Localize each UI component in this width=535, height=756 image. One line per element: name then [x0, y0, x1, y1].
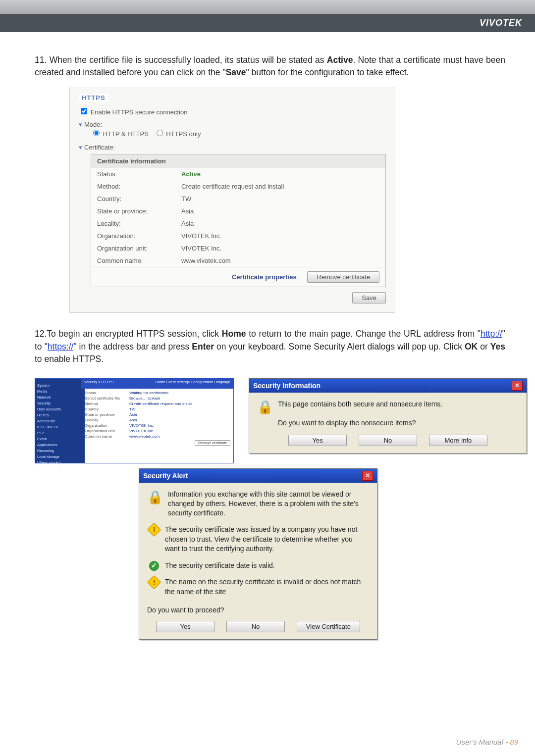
- sec-info-yes-button[interactable]: Yes: [288, 435, 347, 446]
- alert-item-1: The security certificate was issued by a…: [147, 525, 369, 554]
- thumb-row: StatusWaiting for certificated: [85, 391, 230, 395]
- alert-view-cert-button[interactable]: View Certificate: [297, 621, 360, 632]
- lock-icon: [147, 490, 162, 504]
- thumb-row: MethodCreate certificate request and ins…: [85, 402, 230, 406]
- cert-val: VIVOTEK Inc.: [181, 232, 379, 240]
- cert-info-box: Certificate information Status:ActiveMet…: [91, 154, 386, 287]
- thumb-row: Common namewww.vivotek.com: [85, 434, 230, 439]
- alert-yes-button[interactable]: Yes: [156, 621, 214, 632]
- cert-key: State or province:: [97, 207, 181, 215]
- thumb-nav-item: Recording: [37, 449, 83, 453]
- chevron-down-icon: ▾: [79, 144, 82, 151]
- thumb-title: Security > HTTPS: [84, 380, 113, 384]
- s12-yes: Yes: [490, 342, 505, 352]
- thumb-nav-item: Local storage: [37, 454, 83, 459]
- close-icon[interactable]: ×: [362, 471, 373, 481]
- lock-icon: [257, 400, 272, 414]
- alert-i3-text: The name on the security certificate is …: [165, 578, 361, 596]
- cert-info-header: Certificate information: [91, 154, 385, 168]
- thumb-nav-item: Network: [37, 395, 83, 400]
- thumb-nav: SystemMediaNetworkSecurityUser accountsH…: [35, 379, 85, 463]
- footer-label: User's Manual -: [456, 738, 510, 746]
- cert-row: Method:Create certificate request and in…: [91, 180, 385, 193]
- alert-proceed: Do you want to proceed?: [147, 606, 369, 614]
- cert-row: Status:Active: [91, 168, 385, 180]
- cert-row: State or province:Asia: [91, 205, 385, 217]
- cert-properties-link[interactable]: Certificate properties: [232, 273, 297, 281]
- cert-row: Organization unit:VIVOTEK Inc.: [91, 242, 385, 254]
- sec-info-line1: This page contains both secure and nonse…: [278, 400, 442, 408]
- page-footer: User's Manual - 89: [456, 738, 518, 746]
- thumb-nav-item: [ Basic mode ]: [37, 460, 83, 465]
- thumb-nav-item: System: [37, 383, 83, 388]
- enable-https-checkbox[interactable]: [81, 108, 87, 114]
- sec-info-no-button[interactable]: No: [359, 435, 417, 446]
- cert-key: Locality:: [97, 220, 181, 227]
- save-button[interactable]: Save: [352, 292, 386, 303]
- cert-label: Certificate:: [84, 144, 115, 151]
- thumb-remove-button: Remove certificate: [195, 440, 230, 446]
- s12d: " in the address bar and press: [73, 342, 192, 352]
- https-panel: HTTPS Enable HTTPS secure connection ▾Mo…: [69, 88, 395, 313]
- thumb-row: State or provinceAsia: [85, 412, 230, 417]
- step-12: 12.To begin an encrypted HTTPS session, …: [35, 328, 505, 365]
- remove-cert-button[interactable]: Remove certificate: [307, 271, 379, 283]
- step11-text-c: " button for the configuration to take e…: [246, 67, 409, 77]
- alert-no-button[interactable]: No: [226, 621, 285, 632]
- thumb-row: LocalityAsia: [85, 418, 230, 422]
- close-icon[interactable]: ×: [512, 381, 523, 391]
- thumb-row: Select certificate fileBrowse… Upload: [85, 396, 230, 401]
- config-thumbnail: SystemMediaNetworkSecurityUser accountsH…: [35, 378, 234, 463]
- check-icon: [149, 561, 159, 571]
- cert-key: Country:: [97, 195, 181, 202]
- cert-section: ▾Certificate:: [79, 144, 386, 151]
- thumb-row: Organization unitVIVOTEK Inc.: [85, 429, 230, 433]
- alert-i2-text: The security certificate date is valid.: [165, 561, 275, 569]
- thumb-nav-item: Event: [37, 437, 83, 441]
- cert-val: Create certificate request and install: [181, 183, 379, 190]
- step11-active: Active: [327, 55, 353, 65]
- mode-options: HTTP & HTTPS HTTPS only: [91, 128, 386, 138]
- cert-row: Locality:Asia: [91, 217, 385, 230]
- cert-key: Method:: [97, 183, 181, 190]
- sec-info-title: Security Information: [253, 382, 321, 390]
- s12e: on your keyboard. Some Security Alert di…: [214, 342, 465, 352]
- s12-home: Home: [222, 329, 246, 339]
- cert-row: Organization:VIVOTEK Inc.: [91, 230, 385, 242]
- s12-enter: Enter: [192, 342, 214, 352]
- alert-title: Security Alert: [143, 472, 188, 480]
- cert-val: www.vivotek.com: [181, 257, 379, 264]
- alert-item-3: The name on the security certificate is …: [147, 577, 369, 597]
- enable-https-label: Enable HTTPS secure connection: [91, 108, 188, 116]
- mode-https-only-radio[interactable]: [157, 130, 163, 136]
- s12a: 12.To begin an encrypted HTTPS session, …: [35, 329, 222, 339]
- cert-val: Active: [181, 170, 379, 178]
- thumb-row: CountryTW: [85, 407, 230, 411]
- security-info-dialog: Security Information× This page contains…: [249, 378, 527, 454]
- mode-http-https-radio[interactable]: [93, 130, 100, 136]
- brand-bar: VIVOTEK: [0, 14, 535, 32]
- step-11: 11. When the certifice file is successfu…: [35, 54, 505, 79]
- alert-item-2: The security certificate date is valid.: [147, 561, 369, 571]
- thumb-nav-item: PTZ: [37, 431, 83, 435]
- step11-save: Save: [226, 67, 246, 77]
- s12b: to return to the main page. Change the U…: [246, 329, 481, 339]
- cert-val: Asia: [181, 207, 379, 215]
- https-link[interactable]: https://: [48, 342, 74, 352]
- mode-a-label: HTTP & HTTPS: [103, 130, 149, 138]
- thumb-row: OrganizationVIVOTEK Inc.: [85, 423, 230, 428]
- sec-info-more-button[interactable]: More Info: [429, 435, 487, 446]
- cert-val: VIVOTEK Inc.: [181, 245, 379, 252]
- sec-info-line2: Do you want to display the nonsecure ite…: [278, 419, 416, 427]
- mode-label: Mode:: [84, 121, 102, 128]
- step11-text-a: 11. When the certifice file is successfu…: [35, 55, 327, 65]
- mode-b-label: HTTPS only: [166, 130, 201, 138]
- security-alert-dialog: Security Alert× Information you exchange…: [139, 468, 377, 639]
- alert-i1-text: The security certificate was issued by a…: [165, 525, 357, 553]
- thumb-nav-item: Access list: [37, 419, 83, 423]
- thumb-nav-item: HTTPS: [37, 413, 83, 417]
- thumb-links: Home Client settings Configuration Langu…: [156, 380, 230, 384]
- http-link[interactable]: http://: [481, 329, 502, 339]
- thumb-nav-item: User accounts: [37, 407, 83, 411]
- cert-row: Common name:www.vivotek.com: [91, 254, 385, 267]
